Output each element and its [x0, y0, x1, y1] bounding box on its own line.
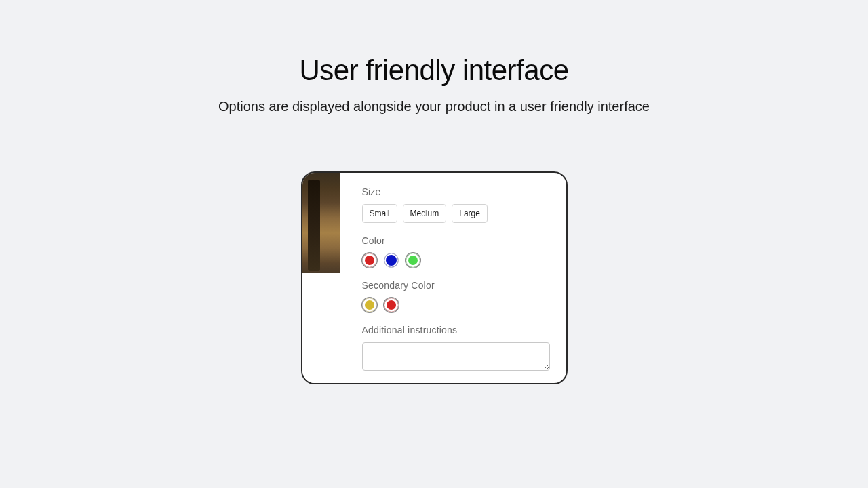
instructions-label: Additional instructions — [362, 325, 550, 336]
secondary-color-swatches — [362, 298, 550, 312]
size-button-large[interactable]: Large — [452, 204, 488, 223]
color-label: Color — [362, 235, 550, 246]
size-button-medium[interactable]: Medium — [403, 204, 447, 223]
product-options-card: Size Small Medium Large Color Secondary … — [301, 171, 568, 384]
card-content: Size Small Medium Large Color Secondary … — [340, 173, 566, 383]
color-swatch-green[interactable] — [406, 253, 420, 268]
size-buttons: Small Medium Large — [362, 204, 550, 223]
secondary-color-label: Secondary Color — [362, 280, 550, 291]
card-left-column — [302, 173, 340, 383]
color-swatch-red[interactable] — [362, 253, 377, 268]
product-image — [302, 173, 340, 273]
size-button-small[interactable]: Small — [362, 204, 397, 223]
size-label: Size — [362, 186, 550, 197]
secondary-color-swatch-red[interactable] — [384, 298, 399, 312]
instructions-textarea[interactable] — [362, 342, 550, 371]
color-option-group: Color — [362, 235, 550, 268]
card-image-strip — [302, 273, 340, 383]
secondary-color-option-group: Secondary Color — [362, 280, 550, 312]
color-swatches — [362, 253, 550, 268]
size-option-group: Size Small Medium Large — [362, 186, 550, 223]
instructions-option-group: Additional instructions — [362, 325, 550, 373]
page-title: User friendly interface — [300, 54, 569, 87]
secondary-color-swatch-gold[interactable] — [362, 298, 377, 312]
page-subtitle: Options are displayed alongside your pro… — [218, 99, 650, 115]
color-swatch-blue[interactable] — [384, 253, 399, 268]
